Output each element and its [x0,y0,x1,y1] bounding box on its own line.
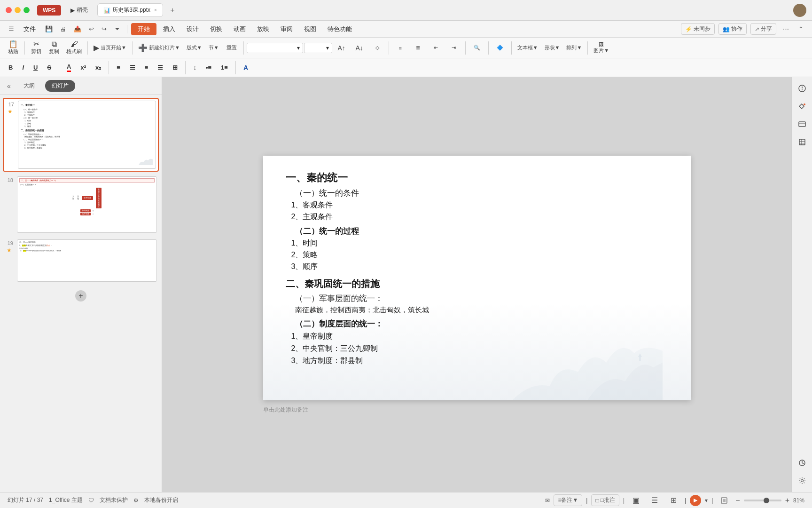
outline-view-button[interactable]: ☰ [647,493,662,508]
animation-panel-button[interactable] [795,99,810,114]
hamburger-menu[interactable]: ☰ [6,24,17,34]
slideshow-menu[interactable]: 放映 [252,23,274,35]
zoom-slider[interactable] [744,500,781,501]
print-icon[interactable]: 🖨 [57,24,69,34]
image-button[interactable]: 🖼 图片▼ [591,40,612,55]
play-slideshow-button[interactable]: ▶ [690,495,701,506]
smart-art-button[interactable]: 🔷 [492,44,508,52]
collapse-ribbon-icon[interactable]: ⌃ [796,24,806,34]
section-button[interactable]: 节▼ [206,43,223,52]
export-icon[interactable]: 📤 [71,24,84,34]
indent-increase-button[interactable]: ⇥ [445,44,462,52]
transition-menu[interactable]: 切换 [205,23,227,35]
view-menu[interactable]: 视图 [299,23,321,35]
find-replace-button[interactable]: 🔍 [468,44,485,52]
align-right-button[interactable]: ≡ [141,63,152,72]
redo-icon[interactable]: ↪ [99,24,109,34]
add-tab-button[interactable]: + [167,5,178,16]
close-traffic-light[interactable] [6,7,12,13]
slides-tab[interactable]: 幻灯片 [45,80,75,92]
normal-view-button[interactable]: ▣ [628,493,643,508]
text-box-button[interactable]: 文本框▼ [515,43,541,52]
maximize-traffic-light[interactable] [23,7,30,13]
clear-format-button[interactable]: ◇ [369,44,386,52]
grid-view-button[interactable]: ⊞ [666,493,681,508]
feature-menu[interactable]: 特色功能 [323,23,357,35]
font-increase-button[interactable]: A↑ [333,43,350,53]
shape-button[interactable]: 形状▼ [542,43,563,52]
minimize-traffic-light[interactable] [15,7,21,13]
zoom-plus-button[interactable]: + [785,496,789,505]
copy-button[interactable]: ⧉ 复制 [46,40,62,56]
zoom-fit-button[interactable] [717,493,732,508]
sync-button[interactable]: ⚡ 未同步 [681,23,715,35]
align-left-button[interactable]: ≡ [113,63,124,72]
new-slide-button[interactable]: ➕ 新建幻灯片▼ [135,43,183,53]
file-menu[interactable]: 文件 [19,23,40,35]
bullet2-button[interactable]: •≡ [202,63,215,72]
align-distribute-button[interactable]: ⊞ [169,63,181,72]
zoom-thumb[interactable] [764,498,769,503]
animation-menu[interactable]: 动画 [229,23,250,35]
align-justify-button[interactable]: ☰ [154,63,167,72]
number-list-button[interactable]: ≣ [410,44,427,52]
superscript-button[interactable]: x² [77,63,90,72]
slide-panel-button[interactable] [795,117,810,132]
sidebar-collapse-button[interactable]: « [5,81,13,91]
data-panel-button[interactable] [795,135,810,150]
collab-button[interactable]: 👥 协作 [718,23,747,35]
start-play-button[interactable]: ▶ 当页开始▼ [91,43,129,53]
strikethrough-button[interactable]: S [43,63,55,72]
font-color-button[interactable]: A [63,62,75,73]
review-menu[interactable]: 审阅 [276,23,297,35]
reset-button[interactable]: 重置 [224,43,241,52]
slide-canvas[interactable]: 一、秦的统一 （一）统一的条件 1、客观条件 2、主观条件 （二）统一的过程 1… [263,156,691,400]
status-right: ✉ ≡备注▼ | □ □批注 | ▣ ☰ ⊞ | ▶ ▾ | − + [545,493,804,508]
notes-placeholder[interactable]: 单击此处添加备注 [263,406,308,413]
share-button[interactable]: ↗ 分享 [750,23,776,35]
history-icon[interactable]: ⏷ [111,24,123,34]
tab-close-icon[interactable]: × [154,8,157,13]
undo-icon[interactable]: ↩ [86,24,97,34]
wps-tab[interactable]: WPS [37,5,61,16]
wordart-button[interactable]: A [240,63,252,73]
settings-panel-button[interactable] [795,473,810,488]
line-spacing-button[interactable]: ↕ [189,63,200,72]
share-icon: ↗ [755,26,759,32]
zoom-minus-button[interactable]: − [735,496,740,505]
paste-button[interactable]: 📋 粘贴 [5,40,22,56]
layout-button[interactable]: 版式▼ [184,43,205,52]
properties-button[interactable] [795,81,810,96]
notes-toggle-button[interactable]: ≡备注▼ [554,494,582,506]
daoke-tab[interactable]: ▶ 稻壳 [65,4,94,16]
font-decrease-button[interactable]: A↓ [351,43,368,53]
font-family-dropdown[interactable]: ▾ [247,43,303,53]
subscript-button[interactable]: x₂ [92,63,105,72]
document-tab[interactable]: 📊 历史第3课.pptx × [97,3,163,17]
font-size-dropdown[interactable]: ▾ [304,43,332,53]
slide-thumb-18[interactable]: 18 二、汉——秦的构成（如何巩固权力一？） （一）巩固措施一？ 太皇 丞相 皇… [3,175,159,235]
bullet-list-button[interactable]: ≡ [392,44,409,52]
user-avatar[interactable] [793,4,806,17]
cut-button[interactable]: ✂ 剪切 [28,40,45,56]
indent-decrease-button[interactable]: ⇤ [428,44,445,52]
start-menu[interactable]: 开始 [131,23,156,35]
comment-button[interactable]: □ □批注 [591,494,619,506]
bold-button[interactable]: B [5,63,16,72]
design-menu[interactable]: 设计 [182,23,203,35]
outline-tab[interactable]: 大纲 [17,80,41,92]
slide-thumb-17[interactable]: 17 ★ 一、秦的统一 （一）统一的条件 1、客观条件 2、主观条件 （二）统一… [3,98,159,172]
insert-menu[interactable]: 插入 [158,23,180,35]
arrange-button[interactable]: 排列▼ [563,43,585,52]
underline-button[interactable]: U [30,63,41,72]
number2-button[interactable]: 1≡ [217,63,232,72]
save-icon[interactable]: 💾 [42,24,55,34]
italic-button[interactable]: I [18,63,28,72]
align-center-button[interactable]: ☰ [126,63,139,72]
slide-thumb-19[interactable]: 19 ★ 二、汉——秦的构造 2、皇帝专制下文中央集权制度的特点： 皇权成为专制… [3,238,159,284]
add-slide-button[interactable]: + [75,290,86,302]
play-icon: ▶ [94,44,99,52]
history-panel-button[interactable] [795,455,810,470]
more-menu[interactable]: ⋯ [780,24,792,34]
format-brush-button[interactable]: 🖌 格式刷 [63,40,85,56]
